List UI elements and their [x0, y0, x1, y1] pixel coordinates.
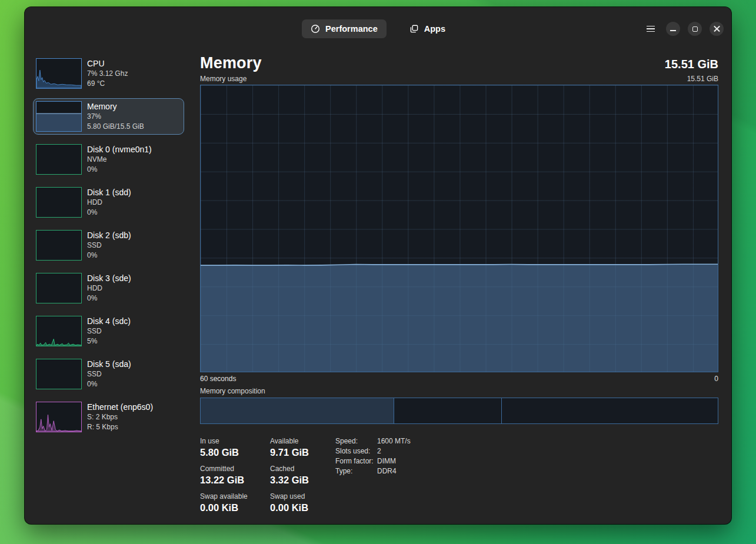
sidebar-item-title: Ethernet (enp6s0) — [87, 402, 153, 412]
minimize-button[interactable] — [666, 22, 680, 36]
sidebar-item-text: Disk 0 (nvme0n1) NVMe 0% — [87, 145, 152, 175]
sidebar-item-title: Memory — [87, 102, 144, 112]
hw-value: 2 — [377, 446, 411, 456]
sidebar-item-text: CPU 7% 3.12 Ghz 69 °C — [87, 59, 128, 89]
stat-value: 3.32 GiB — [270, 473, 335, 486]
sidebar-item-text: Disk 1 (sdd) HDD 0% — [87, 188, 131, 218]
stat-label: Available — [270, 436, 335, 446]
sidebar-item-text: Ethernet (enp6s0) S: 2 Kbps R: 5 Kbps — [87, 402, 153, 432]
headerbar: Performance Apps — [25, 7, 731, 51]
tab-performance-label: Performance — [325, 24, 378, 34]
stat-in-use: In use 5.80 GiB — [200, 436, 270, 459]
sidebar-item-title: Disk 2 (sdb) — [87, 231, 131, 241]
memory-panel-header: Memory 15.51 GiB — [200, 54, 718, 72]
tab-performance[interactable]: Performance — [302, 19, 387, 38]
disk0-graph-thumbnail — [36, 144, 82, 175]
hw-value: DDR4 — [377, 466, 411, 476]
sidebar-item-detail: 0% — [87, 379, 131, 389]
sidebar-item-detail: SSD — [87, 326, 131, 336]
mission-center-window: Performance Apps — [25, 7, 731, 524]
composition-segment-free — [502, 398, 718, 423]
composition-segment-in-use — [201, 398, 394, 423]
desktop-background: Performance Apps — [0, 0, 756, 544]
sidebar-item-disk5[interactable]: Disk 5 (sda) SSD 0% — [33, 356, 184, 392]
stat-value: 13.22 GiB — [200, 473, 270, 486]
disk3-graph-thumbnail — [36, 273, 82, 303]
stat-committed: Committed 13.22 GiB — [200, 464, 270, 486]
x-axis-right-label: 0 — [714, 375, 718, 383]
sidebar-item-title: CPU — [87, 59, 128, 69]
close-icon — [714, 26, 720, 32]
tab-apps[interactable]: Apps — [401, 19, 454, 38]
stat-value: 0.00 KiB — [270, 501, 335, 514]
sidebar-item-text: Disk 3 (sde) HDD 0% — [87, 273, 131, 303]
window-controls — [643, 7, 724, 51]
sidebar-item-detail: R: 5 Kbps — [87, 422, 153, 432]
disk1-graph-thumbnail — [36, 187, 82, 218]
usage-graph-caption: Memory usage 15.51 GiB — [200, 75, 718, 83]
stat-label: Swap available — [200, 492, 270, 501]
ethernet-graph-thumbnail — [36, 402, 82, 432]
memory-panel: Memory 15.51 GiB Memory usage 15.51 GiB … — [200, 51, 731, 524]
sidebar-item-disk4[interactable]: Disk 4 (sdc) SSD 5% — [33, 313, 184, 349]
cpu-graph-thumbnail — [36, 58, 82, 89]
stat-value: 0.00 KiB — [200, 501, 270, 514]
hw-label: Form factor: — [335, 456, 377, 466]
sidebar-item-title: Disk 5 (sda) — [87, 359, 131, 369]
maximize-icon — [692, 26, 698, 32]
stat-label: Committed — [200, 464, 270, 473]
disk2-graph-thumbnail — [36, 230, 82, 261]
stat-cached: Cached 3.32 GiB — [270, 464, 335, 486]
sidebar-item-detail: NVMe — [87, 155, 152, 165]
sidebar-item-title: Disk 1 (sdd) — [87, 188, 131, 198]
sidebar-item-detail: 7% 3.12 Ghz — [87, 69, 128, 79]
memory-usage-graph — [200, 85, 718, 372]
sidebar-item-detail: 5% — [87, 336, 131, 346]
stats-column-1: In use 5.80 GiB Committed 13.22 GiB Swap… — [200, 436, 270, 519]
memory-graph-thumbnail — [36, 101, 82, 132]
sidebar-item-detail: 69 °C — [87, 79, 128, 89]
stats-column-2: Available 9.71 GiB Cached 3.32 GiB Swap … — [270, 436, 335, 519]
sidebar-item-detail: 0% — [87, 165, 152, 175]
close-button[interactable] — [710, 22, 724, 36]
memory-total-value: 15.51 GiB — [665, 58, 718, 71]
usage-graph-label: Memory usage — [200, 75, 247, 83]
sidebar-item-text: Memory 37% 5.80 GiB/15.5 GiB — [87, 102, 144, 132]
menu-icon[interactable] — [643, 21, 658, 36]
sidebar-item-detail: 5.80 GiB/15.5 GiB — [87, 122, 144, 132]
sidebar-item-cpu[interactable]: CPU 7% 3.12 Ghz 69 °C — [33, 55, 184, 92]
stat-value: 9.71 GiB — [270, 446, 335, 459]
memory-hardware-info: Speed: 1600 MT/s Slots used: 2 Form fact… — [335, 436, 411, 519]
sidebar-item-detail: 0% — [87, 208, 131, 218]
stat-value: 5.80 GiB — [200, 446, 270, 459]
sidebar-item-detail: 0% — [87, 251, 131, 261]
sidebar-item-disk0[interactable]: Disk 0 (nvme0n1) NVMe 0% — [33, 141, 184, 178]
memory-usage-area-chart — [201, 85, 718, 372]
x-axis-left-label: 60 seconds — [200, 375, 236, 383]
sidebar-item-disk1[interactable]: Disk 1 (sdd) HDD 0% — [33, 184, 184, 221]
sidebar-item-title: Disk 4 (sdc) — [87, 316, 131, 326]
sidebar-item-text: Disk 2 (sdb) SSD 0% — [87, 231, 131, 261]
stat-available: Available 9.71 GiB — [270, 436, 335, 459]
page-title: Memory — [200, 54, 262, 72]
usage-graph-x-axis: 60 seconds 0 — [200, 375, 718, 383]
sidebar-item-ethernet[interactable]: Ethernet (enp6s0) S: 2 Kbps R: 5 Kbps — [33, 399, 184, 435]
sidebar-item-detail: 37% — [87, 112, 144, 122]
sidebar-item-disk2[interactable]: Disk 2 (sdb) SSD 0% — [33, 227, 184, 263]
sidebar-item-text: Disk 5 (sda) SSD 0% — [87, 359, 131, 389]
sidebar-item-disk3[interactable]: Disk 3 (sde) HDD 0% — [33, 270, 184, 306]
maximize-button[interactable] — [688, 22, 702, 36]
hw-label: Speed: — [335, 436, 377, 446]
memory-stats: In use 5.80 GiB Committed 13.22 GiB Swap… — [200, 436, 411, 519]
apps-stack-icon — [409, 24, 419, 34]
stat-label: Cached — [270, 464, 335, 473]
disk5-graph-thumbnail — [36, 359, 82, 389]
sidebar-item-memory[interactable]: Memory 37% 5.80 GiB/15.5 GiB — [33, 98, 184, 135]
sidebar-item-detail: HDD — [87, 198, 131, 208]
sidebar-item-detail: HDD — [87, 283, 131, 293]
hw-value: 1600 MT/s — [377, 436, 411, 446]
stat-swap-available: Swap available 0.00 KiB — [200, 492, 270, 514]
sidebar-item-detail: SSD — [87, 241, 131, 251]
memory-composition-bar — [200, 398, 718, 424]
stat-label: Swap used — [270, 492, 335, 501]
